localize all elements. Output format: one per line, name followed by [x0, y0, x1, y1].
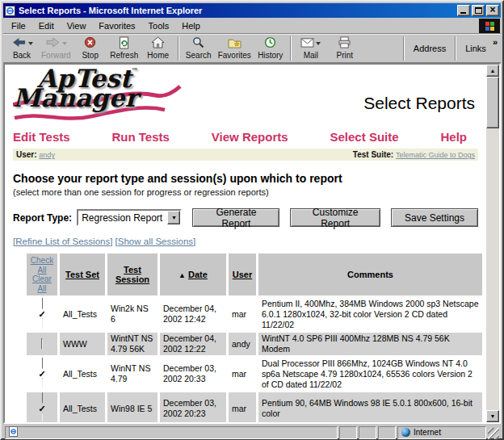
cell-date: December 03, 2002 20:33	[160, 358, 226, 390]
search-button[interactable]: Search	[182, 36, 216, 62]
scrollbar-track[interactable]	[486, 77, 499, 410]
user-label: User:	[16, 150, 37, 159]
page-header: ApTest™ Manager Select Reports	[13, 68, 478, 129]
clear-all-link[interactable]: Clear	[28, 274, 56, 284]
chevron-more-icon[interactable]: »	[493, 37, 498, 47]
toolbar: Back Forward Stop Refresh Home Search Fa…	[3, 34, 501, 63]
forward-button[interactable]: Forward	[39, 36, 74, 62]
menu-favorites[interactable]: Favorites	[92, 19, 141, 32]
clear-all-link[interactable]: All	[28, 284, 56, 294]
cell-comments: Pentium II, 400Mhz, 384MB Windows 2000 s…	[258, 298, 482, 330]
cell-user: mar	[229, 392, 256, 422]
sessions-table: Check All Clear All Test Set Test Sessio…	[24, 251, 485, 422]
history-button[interactable]: History	[254, 36, 288, 62]
status-pane	[339, 426, 357, 439]
browser-window: Select Reports - Microsoft Internet Expl…	[0, 0, 504, 440]
cell-test-set: All_Tests	[60, 392, 105, 422]
nav-select-suite[interactable]: Select Suite	[330, 130, 399, 144]
check-all-link[interactable]: All	[28, 266, 56, 275]
menu-edit[interactable]: Edit	[32, 19, 61, 32]
nav-help[interactable]: Help	[440, 130, 467, 144]
toolbar-separator	[290, 36, 292, 61]
stop-icon	[84, 36, 96, 50]
scrollbar-thumb[interactable]	[486, 77, 499, 128]
refresh-button[interactable]: Refresh	[107, 36, 141, 62]
home-button[interactable]: Home	[141, 36, 175, 62]
col-header-user[interactable]: User	[233, 270, 252, 279]
home-icon	[151, 36, 165, 50]
ie-logo-icon	[5, 6, 15, 16]
print-button[interactable]: Print	[328, 36, 362, 62]
logo-line2: Manager	[13, 87, 187, 110]
dropdown-caret-icon[interactable]	[62, 42, 67, 45]
status-pane	[359, 426, 376, 439]
user-link[interactable]: andy	[39, 151, 55, 159]
cell-date: December 03, 2002 20:23	[160, 392, 226, 422]
generate-report-button[interactable]: Generate Report	[192, 208, 279, 227]
refine-sessions-link[interactable]: [Refine List of Sessions]	[13, 237, 112, 246]
favorites-button[interactable]: Favorites	[216, 36, 254, 62]
mail-button[interactable]: Mail	[294, 36, 328, 62]
back-button[interactable]: Back	[5, 36, 39, 62]
col-header-test-set[interactable]: Test Set	[65, 270, 99, 279]
cell-user: mar	[229, 358, 256, 390]
document-icon	[9, 426, 18, 438]
col-header-test-session[interactable]: Test Session	[116, 265, 149, 284]
close-button[interactable]	[486, 5, 499, 16]
test-suite-link[interactable]: Telematic Guide to Dogs	[396, 151, 475, 159]
status-main-pane	[5, 426, 338, 439]
session-checkbox[interactable]	[30, 358, 54, 389]
stop-button[interactable]: Stop	[74, 36, 107, 62]
cell-test-set: WWW	[60, 333, 105, 355]
scroll-up-icon[interactable]	[486, 65, 499, 77]
nav-run-tests[interactable]: Run Tests	[112, 130, 170, 144]
window-title: Select Reports - Microsoft Internet Expl…	[19, 6, 456, 15]
col-header-comments: Comments	[347, 270, 393, 279]
menu-file[interactable]: File	[5, 19, 32, 32]
maximize-button[interactable]	[472, 5, 485, 16]
session-checkbox[interactable]	[30, 392, 54, 422]
cell-user: andy	[229, 333, 256, 355]
cell-comments: Pentium 90, 64MB Windows 98 IE 5.0.1 800…	[258, 392, 482, 422]
nav-edit-tests[interactable]: Edit Tests	[13, 130, 70, 144]
resize-grip[interactable]	[488, 428, 499, 439]
menu-view[interactable]: View	[61, 19, 93, 32]
session-checkbox[interactable]	[41, 338, 43, 350]
table-row: WWW WintNT NS 4.79 56K December 04, 2002…	[27, 333, 482, 355]
table-row: All_Tests Win2k NS 6 December 04, 2002 1…	[27, 298, 482, 330]
cell-date: December 04, 2002 12:22	[160, 333, 226, 355]
scroll-down-icon[interactable]	[486, 410, 499, 422]
menu-help[interactable]: Help	[175, 19, 207, 32]
home-label: Home	[147, 51, 169, 60]
dropdown-caret-icon[interactable]	[316, 42, 321, 45]
test-suite-label: Test Suite:	[353, 150, 393, 159]
cell-test-session: Win2k NS 6	[107, 298, 158, 330]
show-all-sessions-link[interactable]: [Show all Sessions]	[116, 237, 196, 246]
customize-report-button[interactable]: Customize Report	[290, 208, 380, 227]
report-type-select[interactable]: Regression Report	[77, 209, 182, 226]
title-bar: Select Reports - Microsoft Internet Expl…	[3, 3, 501, 18]
links-bar-label[interactable]: Links	[459, 44, 493, 53]
favorites-icon	[228, 37, 242, 50]
nav-view-reports[interactable]: View Reports	[212, 130, 288, 144]
back-icon	[11, 36, 27, 50]
history-label: History	[258, 51, 283, 60]
dropdown-caret-icon[interactable]	[28, 42, 33, 45]
cell-comments: WintNT 4.0 SP6 PIII 400Mhz 128MB NS 4.79…	[258, 333, 482, 355]
check-clear-all-header: Check All Clear All	[27, 254, 57, 295]
address-bar-label[interactable]: Address	[407, 44, 452, 53]
check-all-link[interactable]: Check	[28, 256, 56, 266]
minimize-button[interactable]	[457, 5, 470, 16]
vertical-scrollbar[interactable]	[486, 65, 499, 422]
table-header-row: Check All Clear All Test Set Test Sessio…	[27, 254, 482, 295]
trademark-symbol: ™	[132, 66, 138, 74]
minimize-icon	[460, 12, 466, 14]
stop-label: Stop	[82, 51, 99, 60]
save-settings-button[interactable]: Save Settings	[391, 208, 478, 227]
select-dropdown-icon[interactable]	[167, 211, 180, 224]
logo-text: ApTest™ Manager	[13, 68, 187, 110]
session-checkbox[interactable]	[30, 298, 54, 329]
col-header-date[interactable]: Date	[188, 270, 208, 279]
menu-tools[interactable]: Tools	[142, 19, 176, 32]
cell-test-set: All_Tests	[60, 298, 105, 330]
